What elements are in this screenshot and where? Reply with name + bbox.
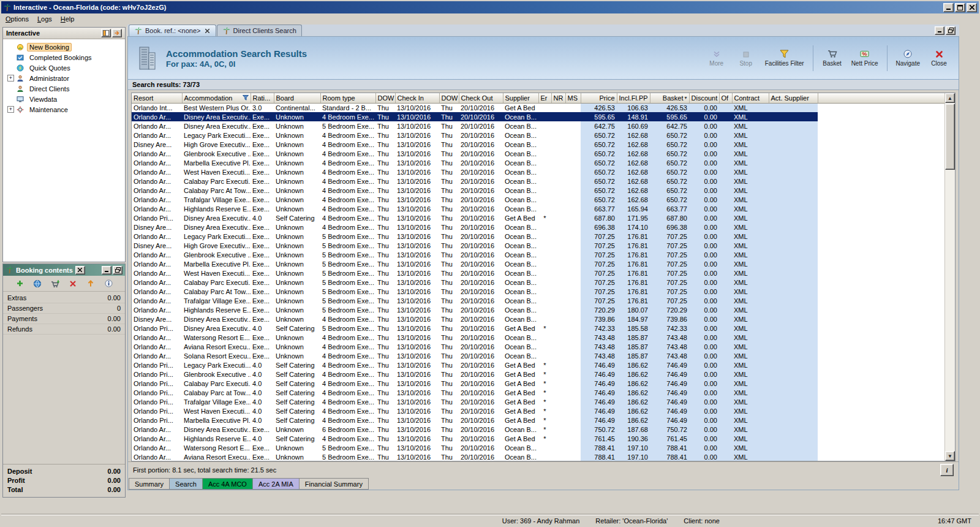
delete-button[interactable]	[67, 278, 79, 289]
column-header-dow[interactable]: DOW	[439, 93, 459, 103]
table-row[interactable]: Orlando Ar...Disney Area Executiv...Exe.…	[132, 121, 944, 131]
table-row[interactable]: Orlando Ar...Trafalgar Village Exe...Exe…	[132, 195, 944, 204]
maximize-button[interactable]	[955, 3, 965, 12]
column-header-supplier[interactable]: Supplier	[503, 93, 538, 103]
booking-row-payments[interactable]: Payments0.00	[3, 314, 125, 324]
table-row[interactable]: Orlando Pri...Disney Area Executiv...4.0…	[132, 213, 944, 222]
column-header-price[interactable]: Price	[581, 93, 617, 103]
column-header-ms[interactable]: MS	[565, 93, 581, 103]
close-button[interactable]: Close	[925, 49, 952, 68]
bottom-tab-search[interactable]: Search	[170, 478, 203, 490]
table-row[interactable]: Orlando Ar...Aviana Resort Execu...Exe..…	[132, 342, 944, 351]
column-header-of[interactable]: Of	[719, 93, 732, 103]
table-row[interactable]: Orlando Ar...Marbella Executive Pl...Exe…	[132, 158, 944, 167]
more-button[interactable]: More	[703, 48, 730, 68]
sidebar-item-maintenance[interactable]: +Maintenance	[3, 104, 125, 115]
table-row[interactable]: Orlando Ar...Highlands Reserve E...4.0Se…	[132, 434, 944, 443]
table-row[interactable]: Orlando Pri...Trafalgar Village Exe...4.…	[132, 397, 944, 406]
expander-icon[interactable]: +	[7, 75, 14, 82]
menu-options[interactable]: Options	[1, 15, 33, 23]
table-row[interactable]: Orlando Ar...Solana Resort Execu...Exe..…	[132, 351, 944, 360]
pane-minimize-button[interactable]	[935, 26, 944, 35]
stop-button[interactable]: Stop	[733, 50, 760, 68]
booking-row-extras[interactable]: Extras0.00	[3, 293, 125, 303]
bottom-tab-financial-summary[interactable]: Financial Summary	[300, 478, 369, 490]
scroll-down-button[interactable]: ▼	[945, 451, 955, 461]
sidebar-item-new-booking[interactable]: New Booking	[3, 42, 125, 52]
table-row[interactable]: Orlando Int...Best Western Plus Or...3.0…	[132, 103, 944, 112]
close-button[interactable]	[967, 3, 977, 12]
menu-help[interactable]: Help	[56, 15, 79, 23]
column-header-discount[interactable]: Discount	[689, 93, 719, 103]
table-row[interactable]: Orlando Ar...Watersong Resort E...Exe...…	[132, 333, 944, 342]
dock-layout-button[interactable]	[101, 29, 111, 37]
table-row[interactable]: Orlando Ar...Marbella Executive Pl...Exe…	[132, 259, 944, 268]
basket-button[interactable]: Basket	[819, 48, 846, 68]
table-row[interactable]: Orlando Ar...Glenbrook Executive ...Exe.…	[132, 149, 944, 158]
column-header-basket[interactable]: Basket▾	[650, 93, 689, 103]
column-header-nr[interactable]: NR	[551, 93, 565, 103]
table-row[interactable]: Orlando Ar...Watersong Resort E...Exe...…	[132, 443, 944, 452]
table-row[interactable]: Orlando Ar...Legacy Park Executi...Exe..…	[132, 232, 944, 241]
table-row[interactable]: Orlando Ar...West Haven Executi...Exe...…	[132, 268, 944, 278]
bottom-tab-summary[interactable]: Summary	[129, 478, 170, 490]
table-row[interactable]: Orlando Pri...Disney Area Executiv...4.0…	[132, 324, 944, 333]
facilities-filter-button[interactable]: Facilities Filter	[762, 48, 807, 68]
table-row[interactable]: Orlando Ar...Disney Area Executiv...Exe.…	[132, 112, 944, 121]
undock-button[interactable]	[112, 29, 122, 37]
upload-button[interactable]	[85, 278, 97, 289]
minimize-button[interactable]	[943, 3, 954, 12]
table-row[interactable]: Disney Are...High Grove Executiv...Exe..…	[132, 241, 944, 250]
sidebar-item-direct-clients[interactable]: Direct Clients	[3, 83, 125, 94]
table-row[interactable]: Orlando Ar...Calabay Parc At Tow...Exe..…	[132, 186, 944, 195]
bottom-tab-acc-4a-mco[interactable]: Acc 4A MCO	[203, 478, 253, 490]
column-header-rati[interactable]: Rati...	[251, 93, 274, 103]
sidebar-item-viewdata[interactable]: Viewdata	[3, 94, 125, 104]
column-header-accommodation[interactable]: Accommodation	[182, 93, 251, 103]
table-row[interactable]: Orlando Ar...Highlands Reserve E...Exe..…	[132, 204, 944, 213]
column-header-incl-fl-pp[interactable]: Incl.Fl.PP	[617, 93, 650, 103]
table-row[interactable]: Orlando Ar...Calabay Parc At Tow...Exe..…	[132, 287, 944, 296]
column-header-check-in[interactable]: Check In	[395, 93, 439, 103]
booking-contents-minimize-button[interactable]	[102, 266, 111, 275]
column-header-er[interactable]: Er	[538, 93, 551, 103]
table-row[interactable]: Orlando Ar...Legacy Park Executi...Exe..…	[132, 131, 944, 140]
table-row[interactable]: Orlando Ar...Highlands Reserve E...Exe..…	[132, 305, 944, 314]
bottom-tab-acc-2a-mia[interactable]: Acc 2A MIA	[253, 478, 300, 490]
table-row[interactable]: Orlando Ar...Aviana Resort Execu...Exe..…	[132, 452, 944, 461]
column-header-board[interactable]: Board	[274, 93, 320, 103]
vertical-scrollbar[interactable]: ▲ ▼	[944, 93, 955, 461]
column-header-act-supplier[interactable]: Act. Supplier	[769, 93, 818, 103]
table-row[interactable]: Disney Are...Disney Area Executiv...Exe.…	[132, 314, 944, 324]
table-row[interactable]: Disney Are...High Grove Executiv...Exe..…	[132, 140, 944, 149]
pane-restore-button[interactable]	[946, 26, 956, 35]
column-header-dow[interactable]: DOW	[375, 93, 395, 103]
column-header-resort[interactable]: Resort	[132, 93, 182, 103]
table-row[interactable]: Orlando Ar...Disney Area Executiv...Exe.…	[132, 425, 944, 434]
table-row[interactable]: Orlando Ar...West Haven Executi...Exe...…	[132, 167, 944, 176]
booking-contents-close-button[interactable]	[75, 266, 85, 275]
nett-price-button[interactable]: %Nett Price	[848, 48, 881, 68]
column-header-room-type[interactable]: Room type	[320, 93, 375, 103]
sidebar-item-quick-quotes[interactable]: Quick Quotes	[3, 63, 125, 73]
tab-book-ref-none[interactable]: Book. ref.: <none>	[129, 25, 216, 36]
column-header-contract[interactable]: Contract	[732, 93, 769, 103]
expander-icon[interactable]: +	[7, 106, 14, 113]
table-row[interactable]: Orlando Pri...Legacy Park Executi...4.0S…	[132, 360, 944, 370]
tab-close-icon[interactable]	[204, 28, 211, 34]
table-row[interactable]: Orlando Ar...Trafalgar Village Exe...Exe…	[132, 296, 944, 305]
scrollbar-thumb[interactable]	[945, 104, 955, 170]
table-row[interactable]: Orlando Pri...Calabay Parc Executi...4.0…	[132, 379, 944, 388]
booking-row-refunds[interactable]: Refunds0.00	[3, 324, 125, 335]
add-button[interactable]	[13, 278, 26, 289]
table-row[interactable]: Orlando Pri...West Haven Executi...4.0Se…	[132, 406, 944, 415]
table-row[interactable]: Orlando Ar...Glenbrook Executive ...Exe.…	[132, 250, 944, 259]
table-row[interactable]: Orlando Pri...Glenbrook Executive ...4.0…	[132, 370, 944, 379]
info-button[interactable]: i	[940, 464, 954, 476]
menu-logs[interactable]: Logs	[33, 15, 56, 23]
scroll-up-button[interactable]: ▲	[945, 93, 955, 103]
table-row[interactable]: Orlando Ar...Calabay Parc Executi...Exe.…	[132, 176, 944, 186]
info-button[interactable]	[102, 278, 115, 289]
table-row[interactable]: Orlando Ar...Calabay Parc Executi...Exe.…	[132, 278, 944, 287]
sidebar-item-administrator[interactable]: +Administrator	[3, 73, 125, 83]
